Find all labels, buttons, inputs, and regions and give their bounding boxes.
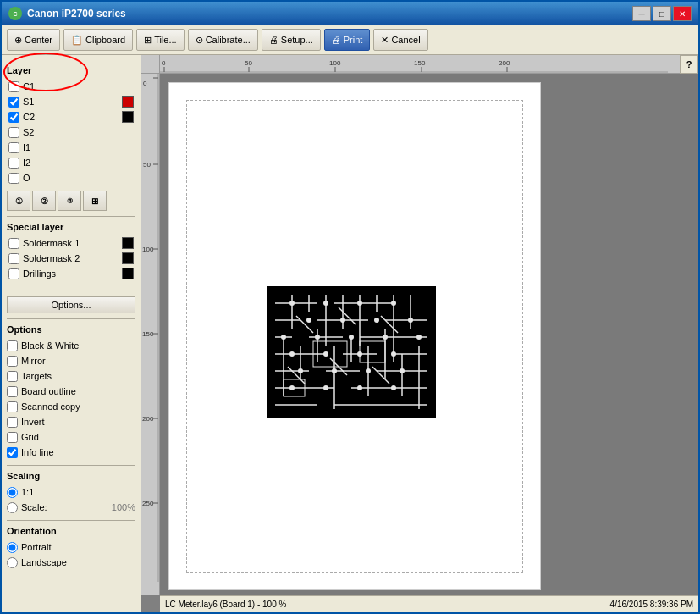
- svg-point-86: [332, 368, 337, 373]
- main-window: C Canon iP2700 series ─ □ ✕ ⊕ Center 📋 C…: [0, 0, 700, 614]
- orientation-portrait: Portrait: [7, 539, 135, 555]
- close-button[interactable]: ✕: [673, 6, 692, 21]
- svg-text:0: 0: [162, 59, 166, 67]
- minimize-button[interactable]: ─: [632, 6, 651, 21]
- print-button[interactable]: 🖨 Print: [324, 29, 371, 51]
- portrait-label: Portrait: [21, 542, 51, 552]
- ruler-horizontal: 0 50 100 150 200: [160, 55, 698, 74]
- scannedcopy-checkbox[interactable]: [7, 401, 18, 412]
- tile-button[interactable]: ⊞ Tile...: [136, 29, 185, 51]
- setup-icon: 🖨: [269, 35, 278, 45]
- option-mirror: Mirror: [7, 353, 135, 368]
- soldermask2-checkbox[interactable]: [8, 253, 19, 264]
- svg-point-90: [323, 385, 328, 390]
- scale-11-radio[interactable]: [7, 487, 18, 498]
- infoline-checkbox[interactable]: [7, 447, 18, 458]
- layer-item-s2: S2: [7, 124, 135, 140]
- blackwhite-checkbox[interactable]: [7, 340, 18, 351]
- scale-custom-radio[interactable]: [7, 502, 18, 513]
- layer-color-s1[interactable]: [122, 96, 134, 108]
- layer-checkbox-s1[interactable]: [8, 97, 19, 108]
- layer-list: C1 S1 C2 S2: [7, 79, 135, 185]
- layer-label-c1: C1: [23, 81, 134, 91]
- mirror-label: Mirror: [21, 356, 46, 366]
- svg-text:150: 150: [142, 330, 154, 338]
- layer-item-o: O: [7, 170, 135, 185]
- layer-btn-3[interactable]: ③: [58, 191, 81, 211]
- targets-checkbox[interactable]: [7, 371, 18, 382]
- soldermask1-checkbox[interactable]: [8, 238, 19, 249]
- grid-label: Grid: [21, 432, 39, 442]
- option-targets: Targets: [7, 368, 135, 384]
- svg-point-70: [357, 301, 362, 306]
- portrait-radio[interactable]: [7, 542, 18, 553]
- layer-checkbox-o[interactable]: [8, 173, 19, 184]
- svg-point-71: [391, 301, 396, 306]
- print-canvas[interactable]: [160, 74, 698, 595]
- print-icon: 🖨: [332, 35, 341, 45]
- clipboard-icon: 📋: [71, 35, 83, 46]
- svg-point-78: [349, 335, 354, 340]
- svg-text:150: 150: [414, 59, 426, 67]
- boardoutline-checkbox[interactable]: [7, 386, 18, 397]
- maximize-button[interactable]: □: [653, 6, 671, 21]
- separator-2: [7, 318, 135, 319]
- tile-icon: ⊞: [144, 35, 152, 46]
- help-button[interactable]: ?: [680, 55, 698, 74]
- option-blackwhite: Black & White: [7, 338, 135, 353]
- soldermask1-color[interactable]: [122, 237, 134, 249]
- options-button[interactable]: Options...: [7, 296, 135, 313]
- layer-checkbox-i1[interactable]: [8, 142, 19, 153]
- scaling-section-label: Scaling: [7, 471, 135, 481]
- svg-text:C: C: [13, 11, 17, 17]
- svg-text:50: 50: [245, 59, 252, 67]
- layer-btn-2[interactable]: ②: [32, 191, 56, 211]
- layer-checkbox-c2[interactable]: [8, 112, 19, 123]
- layer-label-s2: S2: [23, 127, 134, 137]
- layer-label-c2: C2: [23, 112, 119, 122]
- svg-point-74: [374, 318, 379, 323]
- separator-1: [7, 216, 135, 217]
- svg-point-91: [357, 385, 362, 390]
- layer-label-s1: S1: [23, 97, 119, 107]
- svg-point-87: [366, 368, 371, 373]
- layer-checkbox-i2[interactable]: [8, 158, 19, 169]
- center-button[interactable]: ⊕ Center: [7, 29, 60, 51]
- layer-color-c2[interactable]: [122, 111, 134, 123]
- invert-checkbox[interactable]: [7, 417, 18, 428]
- option-grid: Grid: [7, 429, 135, 445]
- landscape-radio[interactable]: [7, 557, 18, 568]
- layer-checkbox-s2[interactable]: [8, 127, 19, 138]
- clipboard-button[interactable]: 📋 Clipboard: [63, 29, 133, 51]
- layer-item-s1: S1: [7, 94, 135, 109]
- layer-label-o: O: [23, 173, 134, 183]
- toolbar: ⊕ Center 📋 Clipboard ⊞ Tile... ⊙ Calibra…: [2, 25, 698, 55]
- scannedcopy-label: Scanned copy: [21, 401, 80, 412]
- soldermask2-color[interactable]: [122, 252, 134, 264]
- layer-item-i2: I2: [7, 155, 135, 170]
- layer-checkbox-c1[interactable]: [8, 81, 19, 92]
- calibrate-icon: ⊙: [196, 35, 203, 46]
- landscape-label: Landscape: [21, 557, 67, 567]
- calibrate-button[interactable]: ⊙ Calibrate...: [188, 29, 258, 51]
- layer-btn-1[interactable]: ①: [7, 191, 30, 211]
- special-layer-soldermask2: Soldermask 2: [7, 251, 135, 266]
- targets-label: Targets: [21, 371, 52, 381]
- svg-point-79: [383, 335, 388, 340]
- statusbar-right: 4/16/2015 8:39:36 PM: [610, 600, 693, 609]
- scale-custom-item: Scale: 100%: [7, 500, 135, 515]
- sidebar: Layer C1 S1 C2: [2, 55, 141, 612]
- mirror-checkbox[interactable]: [7, 356, 18, 367]
- drillings-color[interactable]: [122, 268, 134, 279]
- layer-btn-4[interactable]: ⊞: [83, 191, 107, 211]
- option-invert: Invert: [7, 414, 135, 429]
- svg-text:100: 100: [329, 59, 341, 67]
- window-controls: ─ □ ✕: [632, 6, 692, 21]
- cancel-icon: ✕: [381, 35, 389, 46]
- grid-checkbox[interactable]: [7, 432, 18, 443]
- drillings-checkbox[interactable]: [8, 268, 19, 279]
- svg-point-85: [298, 368, 303, 373]
- setup-button[interactable]: 🖨 Setup...: [262, 29, 321, 51]
- option-infoline: Info line: [7, 445, 135, 460]
- cancel-button[interactable]: ✕ Cancel: [373, 29, 427, 51]
